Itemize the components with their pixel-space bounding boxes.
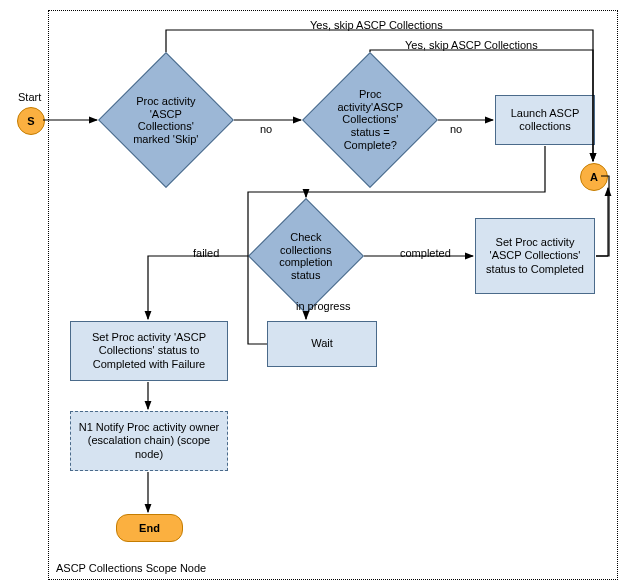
decision-check-text: Check collections completion status — [270, 231, 342, 282]
decision-skip-text: Proc activity 'ASCP Collections' marked … — [123, 95, 209, 146]
start-caption: Start — [18, 91, 41, 103]
scope-frame-label: ASCP Collections Scope Node — [56, 562, 206, 574]
start-node: S — [17, 107, 45, 135]
connector-a-label: A — [590, 171, 598, 183]
process-wait: Wait — [267, 321, 377, 367]
decision-complete-text: Proc activity'ASCP Collections' status =… — [327, 88, 413, 151]
connector-a: A — [580, 163, 608, 191]
process-set-completed-text: Set Proc activity 'ASCP Collections' sta… — [482, 236, 588, 276]
process-notify-text: N1 Notify Proc activity owner (escalatio… — [77, 421, 221, 461]
edge-label-failed: failed — [193, 247, 219, 259]
process-set-failure-text: Set Proc activity 'ASCP Collections' sta… — [77, 331, 221, 371]
end-node: End — [116, 514, 183, 542]
process-launch: Launch ASCP collections — [495, 95, 595, 145]
edge-label-yes-skip-1: Yes, skip ASCP Collections — [310, 19, 443, 31]
edge-label-completed: completed — [400, 247, 451, 259]
edge-label-yes-skip-2: Yes, skip ASCP Collections — [405, 39, 538, 51]
edge-label-inprogress: in progress — [296, 300, 350, 312]
process-launch-text: Launch ASCP collections — [502, 107, 588, 133]
process-notify: N1 Notify Proc activity owner (escalatio… — [70, 411, 228, 471]
process-wait-text: Wait — [311, 337, 333, 350]
edge-label-no-2: no — [450, 123, 462, 135]
flowchart-stage: ASCP Collections Scope Node Start S A En… — [0, 0, 627, 585]
process-set-failure: Set Proc activity 'ASCP Collections' sta… — [70, 321, 228, 381]
end-label: End — [139, 522, 160, 534]
edge-label-no-1: no — [260, 123, 272, 135]
process-set-completed: Set Proc activity 'ASCP Collections' sta… — [475, 218, 595, 294]
start-letter: S — [27, 115, 34, 127]
